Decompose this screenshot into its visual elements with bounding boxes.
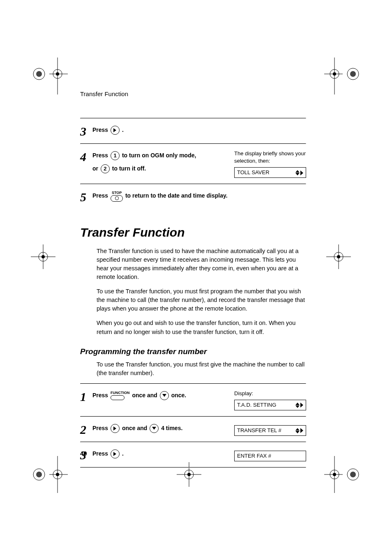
registration-mark-icon <box>31 456 68 493</box>
step-3: 3 Press . <box>80 119 306 143</box>
step-number: 1 <box>80 390 92 403</box>
step-3b: 3 Press . ENTER FAX # <box>80 442 306 467</box>
svg-point-5 <box>56 72 59 76</box>
step-2: 2 Press once and 4 times. TRANSFER TEL # <box>80 417 306 442</box>
step-side: Display: T.A.D. SETTING <box>234 390 306 410</box>
step-number: 2 <box>80 423 92 436</box>
step-text: Press STOP to return to the date and tim… <box>92 190 306 201</box>
step-text: Press 1 to turn on OGM only mode, or 2 t… <box>92 150 230 174</box>
divider <box>80 467 306 468</box>
registration-mark-icon <box>324 456 361 493</box>
step-text: Press . <box>92 124 306 135</box>
step-4: 4 Press 1 to turn on OGM only mode, or 2… <box>80 144 306 184</box>
step-text: Press once and 4 times. <box>92 423 230 433</box>
svg-point-25 <box>56 473 59 476</box>
lcd-display: TOLL SAVER <box>234 167 306 178</box>
svg-point-33 <box>333 473 336 476</box>
side-caption: Display: <box>234 390 306 397</box>
page-content: Transfer Function 3 Press . 4 Press 1 to… <box>80 90 306 468</box>
key-2-icon: 2 <box>101 164 110 173</box>
svg-point-35 <box>350 472 356 477</box>
key-1-icon: 1 <box>111 151 120 160</box>
nav-arrows-icon <box>295 169 303 176</box>
step-number: 5 <box>80 190 92 203</box>
section-heading: Transfer Function <box>80 226 306 240</box>
nav-arrows-icon <box>295 401 303 409</box>
svg-point-1 <box>36 71 42 77</box>
registration-mark-icon <box>31 244 55 269</box>
svg-point-15 <box>42 255 45 258</box>
stop-key-icon: STOP <box>111 191 123 202</box>
right-arrow-key-icon <box>111 424 120 433</box>
function-key-icon: FUNCTION <box>111 391 130 400</box>
svg-point-19 <box>337 255 340 258</box>
body-paragraph: The Transfer function is used to have th… <box>97 247 306 281</box>
lcd-display: TRANSFER TEL # <box>234 425 306 436</box>
nav-arrows-icon <box>295 427 303 434</box>
step-number: 4 <box>80 150 92 163</box>
side-caption: The display briefly shows your selection… <box>234 150 306 165</box>
step-1: 1 Press FUNCTION once and once. Display:… <box>80 384 306 416</box>
step-text: Press FUNCTION once and once. <box>92 390 230 401</box>
down-arrow-key-icon <box>150 424 159 433</box>
body-paragraph: To use the Transfer function, you must f… <box>97 287 306 313</box>
step-side: ENTER FAX # <box>234 448 306 461</box>
svg-point-29 <box>187 473 191 476</box>
right-arrow-key-icon <box>111 126 120 135</box>
running-head: Transfer Function <box>80 90 306 97</box>
lcd-display: T.A.D. SETTING <box>234 400 306 410</box>
subsection-heading: Programming the transfer number <box>80 347 306 356</box>
registration-mark-icon <box>324 58 361 94</box>
step-side: The display briefly shows your selection… <box>234 150 306 178</box>
registration-mark-icon <box>326 244 351 269</box>
body-paragraph: To use the Transfer function, you must f… <box>97 360 306 378</box>
svg-point-9 <box>333 72 336 76</box>
lcd-display: ENTER FAX # <box>234 451 306 461</box>
page-number: 40 <box>80 450 87 457</box>
step-side: TRANSFER TEL # <box>234 423 306 436</box>
svg-point-21 <box>36 472 42 477</box>
down-arrow-key-icon <box>160 391 169 400</box>
body-paragraph: When you go out and wish to use the tran… <box>97 319 306 336</box>
step-text: Press . <box>92 448 230 459</box>
step-number: 3 <box>80 124 92 138</box>
svg-point-11 <box>350 71 356 77</box>
step-5: 5 Press STOP to return to the date and t… <box>80 184 306 209</box>
right-arrow-key-icon <box>111 449 120 458</box>
registration-mark-icon <box>31 58 68 94</box>
